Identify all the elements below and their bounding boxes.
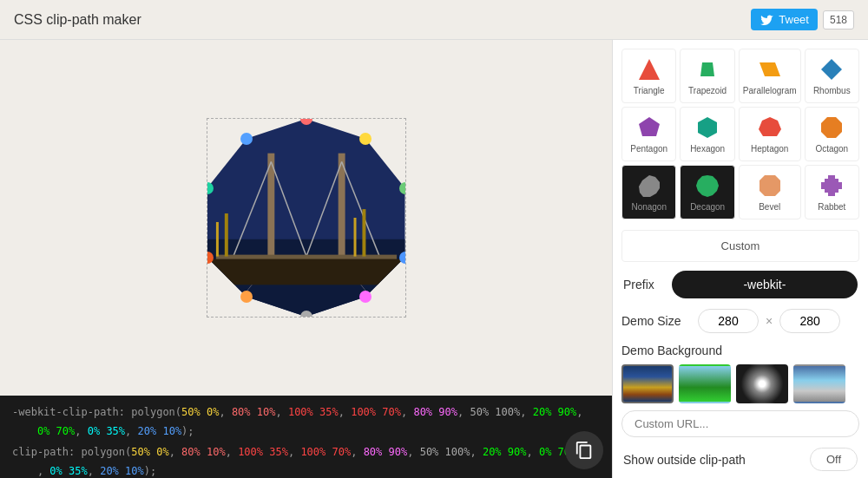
bg-thumbnails (621, 364, 859, 403)
svg-marker-27 (821, 175, 842, 196)
svg-rect-15 (207, 259, 405, 285)
shape-grid: Triangle Trapezoid Parallelogram (621, 49, 859, 219)
shape-decagon[interactable]: Decagon (680, 165, 734, 219)
shape-rhombus[interactable]: Rhombus (805, 49, 859, 103)
shape-parallelogram[interactable]: Parallelogram (739, 49, 801, 103)
control-point-5[interactable] (300, 311, 312, 318)
show-outside-label: Show outside clip-path (623, 453, 746, 467)
demo-size-label: Demo Size (621, 314, 691, 328)
svg-marker-19 (821, 59, 842, 80)
main-content: -webkit-clip-path: polygon(50% 0%, 80% 1… (0, 40, 868, 478)
svg-rect-9 (215, 222, 218, 257)
shape-nonagon-label: Nonagon (631, 202, 667, 212)
control-point-3[interactable] (399, 252, 406, 264)
svg-marker-25 (696, 175, 719, 197)
svg-marker-22 (759, 117, 781, 136)
bg-thumb-3[interactable] (736, 364, 788, 403)
canvas-container (0, 40, 612, 396)
webkit-code-line-2: 0% 70%, 0% 35%, 20% 10%); (12, 423, 600, 439)
svg-marker-24 (639, 175, 660, 197)
shape-octagon[interactable]: Octagon (805, 107, 859, 161)
octagon-icon (819, 115, 844, 140)
svg-marker-23 (821, 117, 842, 138)
shape-bevel[interactable]: Bevel (739, 165, 801, 219)
hexagon-icon (695, 115, 720, 140)
shape-octagon-label: Octagon (815, 144, 848, 154)
shape-heptagon-label: Heptagon (751, 144, 788, 154)
shape-nonagon[interactable]: Nonagon (621, 165, 676, 219)
control-point-4[interactable] (359, 291, 372, 303)
svg-marker-17 (700, 62, 714, 76)
webkit-code-line: -webkit-clip-path: polygon(50% 0%, 80% 1… (12, 404, 600, 420)
shape-trapezoid-label: Trapezoid (688, 86, 727, 95)
shape-pentagon-label: Pentagon (630, 144, 667, 154)
show-outside-row: Show outside clip-path Off (621, 448, 859, 471)
image-frame (207, 118, 406, 318)
bg-thumb-1[interactable] (621, 364, 674, 403)
bevel-icon (758, 174, 782, 198)
decagon-icon (695, 174, 720, 198)
code-area-wrapper: -webkit-clip-path: polygon(50% 0%, 80% 1… (0, 396, 612, 478)
shape-decagon-label: Decagon (690, 202, 725, 212)
copy-button[interactable] (565, 431, 603, 469)
prefix-button[interactable]: -webkit- (672, 271, 858, 298)
prefix-label: Prefix (623, 278, 654, 291)
shape-parallelogram-label: Parallelogram (743, 86, 797, 95)
shape-triangle[interactable]: Triangle (621, 49, 676, 103)
nonagon-icon (637, 174, 661, 198)
demo-height-input[interactable] (779, 309, 840, 333)
right-panel: Triangle Trapezoid Parallelogram (612, 40, 868, 478)
control-point-9[interactable] (240, 133, 253, 145)
tweet-label: Tweet (779, 13, 809, 26)
bridge-image (207, 119, 405, 317)
custom-url-input[interactable] (621, 410, 859, 437)
control-point-1[interactable] (359, 133, 372, 145)
svg-marker-20 (639, 117, 660, 136)
bg-thumb-4[interactable] (793, 364, 845, 403)
control-point-6[interactable] (240, 291, 253, 303)
shape-hexagon-label: Hexagon (690, 144, 725, 154)
shape-triangle-label: Triangle (634, 86, 665, 95)
svg-marker-21 (698, 117, 717, 138)
show-outside-toggle[interactable]: Off (810, 448, 858, 471)
rabbet-icon (819, 174, 844, 198)
size-separator: × (766, 314, 773, 328)
rhombus-icon (819, 57, 844, 82)
triangle-icon (637, 57, 661, 82)
heptagon-icon (758, 115, 782, 140)
svg-rect-11 (353, 218, 356, 257)
svg-rect-10 (224, 213, 227, 257)
shape-pentagon[interactable]: Pentagon (621, 107, 676, 161)
prefix-row: Prefix -webkit- (621, 271, 859, 298)
shape-rhombus-label: Rhombus (813, 86, 851, 95)
bridge-svg (207, 119, 405, 317)
app-header: CSS clip-path maker Tweet 518 (0, 0, 868, 40)
svg-marker-16 (639, 59, 660, 80)
tweet-button[interactable]: Tweet (751, 9, 818, 30)
twitter-icon (760, 14, 773, 26)
app-title: CSS clip-path maker (14, 12, 141, 28)
control-point-2[interactable] (399, 182, 406, 194)
demo-width-input[interactable] (698, 309, 759, 333)
svg-marker-18 (760, 62, 780, 76)
shape-hexagon[interactable]: Hexagon (680, 107, 734, 161)
shape-rabbet[interactable]: Rabbet (805, 165, 859, 219)
shape-heptagon[interactable]: Heptagon (739, 107, 801, 161)
demo-background-section: Demo Background (621, 344, 859, 448)
shape-trapezoid[interactable]: Trapezoid (680, 49, 734, 103)
clip-code-line: clip-path: polygon(50% 0%, 80% 10%, 100%… (12, 444, 600, 460)
shape-rabbet-label: Rabbet (818, 202, 845, 212)
bg-thumb-2[interactable] (679, 364, 731, 403)
canvas-area: -webkit-clip-path: polygon(50% 0%, 80% 1… (0, 40, 612, 478)
shape-bevel-label: Bevel (759, 202, 780, 212)
svg-marker-26 (760, 175, 780, 196)
parallelogram-icon (758, 57, 782, 82)
svg-rect-12 (362, 209, 365, 257)
tweet-count: 518 (823, 10, 854, 29)
custom-button[interactable]: Custom (621, 230, 859, 262)
demo-size-row: Demo Size × (621, 309, 859, 333)
clip-code-line-2: , 0% 35%, 20% 10%); (12, 463, 600, 478)
demo-bg-label: Demo Background (621, 344, 859, 357)
pentagon-icon (637, 115, 661, 140)
code-output: -webkit-clip-path: polygon(50% 0%, 80% 1… (0, 396, 612, 478)
